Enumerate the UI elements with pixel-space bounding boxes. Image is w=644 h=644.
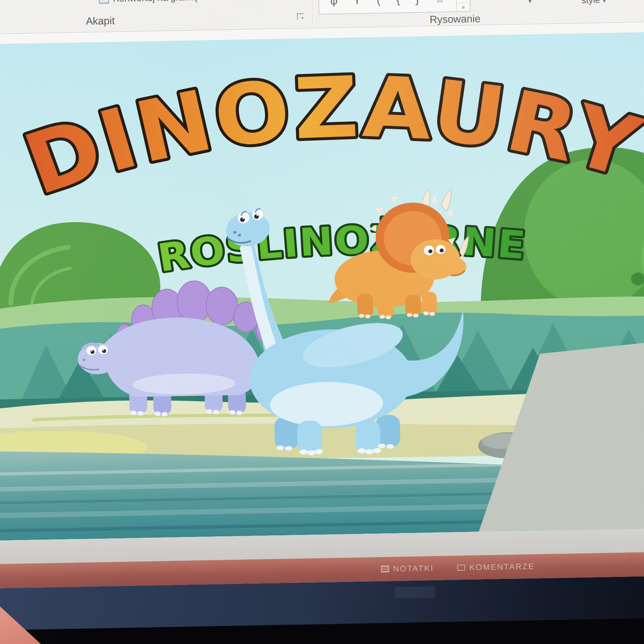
notes-label: NOTATKI: [393, 564, 434, 574]
shapes-gallery[interactable]: φ Y ( { ∫ ☆ ▴ ▾ ≡: [318, 0, 470, 14]
convert-smartart-label: Konwertuj na grafikę SmartArt: [113, 0, 238, 4]
notes-button[interactable]: NOTATKI: [381, 564, 434, 574]
comment-icon: [457, 565, 465, 571]
drawing-group-label: Rysowanie: [430, 13, 481, 26]
shape-icons: φ Y ( { ∫ ☆: [319, 0, 457, 7]
tray-icons-smudge: [395, 586, 435, 598]
arrange-button[interactable]: Rozmieść ▾: [508, 0, 552, 5]
curve-shape-icon[interactable]: ∫: [416, 0, 419, 6]
brace-shape-icon[interactable]: {: [396, 0, 400, 6]
comments-label: KOMENTARZE: [469, 561, 535, 572]
comments-button[interactable]: KOMENTARZE: [457, 561, 535, 572]
gallery-scrollbar[interactable]: ▴ ▾ ≡: [456, 0, 470, 11]
quick-styles-label-2: style: [581, 0, 600, 5]
convert-smartart-button[interactable]: Konwertuj na grafikę SmartArt ▾: [99, 0, 246, 4]
notes-icon: [381, 566, 389, 572]
arc-shape-icon[interactable]: (: [377, 0, 381, 6]
star-shape-icon[interactable]: ☆: [435, 0, 445, 5]
screen: Konwertuj na grafikę SmartArt ▾ Akapit ▸…: [0, 0, 644, 630]
chevron-down-icon: ▾: [242, 0, 246, 0]
arrow-shape-icon[interactable]: Y: [353, 0, 361, 7]
quick-styles-button[interactable]: Szybkie style ▾: [568, 0, 619, 6]
paragraph-group-label: Akapit: [86, 15, 115, 28]
smartart-icon: [99, 0, 109, 4]
gallery-more-icon[interactable]: ≡: [457, 2, 470, 11]
chevron-down-icon: ▾: [508, 0, 552, 5]
launcher-arrow-icon: ▸: [301, 15, 306, 20]
paragraph-dialog-launcher[interactable]: ▸: [297, 13, 304, 20]
line-shape-icon[interactable]: φ: [330, 0, 337, 7]
monitor-photo: Konwertuj na grafikę SmartArt ▾ Akapit ▸…: [0, 0, 644, 644]
ribbon-separator: [312, 0, 313, 24]
chevron-down-icon: ▾: [602, 0, 606, 4]
slide-canvas[interactable]: DINOZAURY ROŚLINOŻERNE: [0, 32, 644, 541]
dinosaur-scene: DINOZAURY ROŚLINOŻERNE: [0, 32, 644, 541]
